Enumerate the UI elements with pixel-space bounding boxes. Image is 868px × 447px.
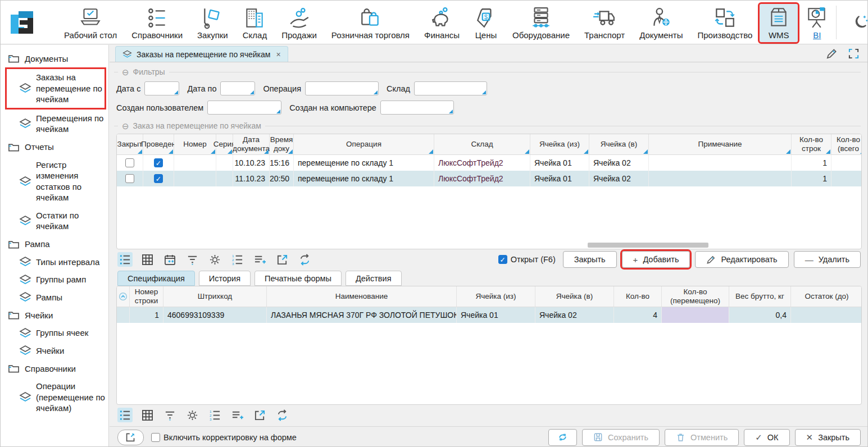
close-order-button[interactable]: Закрыть bbox=[563, 251, 617, 268]
add-row-icon[interactable] bbox=[252, 252, 267, 267]
operation-input[interactable] bbox=[305, 81, 379, 95]
column-header[interactable]: Кол-во bbox=[614, 286, 662, 307]
tab-history[interactable]: История bbox=[199, 271, 251, 286]
add-button[interactable]: +Добавить bbox=[622, 251, 690, 268]
open-f6-checkbox[interactable]: ✓ Открыт (F6) bbox=[498, 255, 556, 264]
menu-item-transport[interactable]: Транспорт bbox=[577, 4, 632, 42]
collapse-icon[interactable]: ⊖ bbox=[122, 68, 129, 76]
posted-checkbox[interactable]: ✓ bbox=[154, 158, 163, 167]
date-to-input[interactable] bbox=[220, 81, 255, 95]
tree-group-reports[interactable]: Отчеты bbox=[1, 138, 108, 156]
filter-icon[interactable] bbox=[185, 252, 200, 267]
tab-close-icon[interactable]: × bbox=[276, 50, 280, 59]
tree-group-directories[interactable]: Справочники bbox=[1, 359, 108, 377]
collapse-icon[interactable]: ⊖ bbox=[122, 122, 129, 130]
gear-icon[interactable] bbox=[207, 252, 222, 267]
menu-item-directories[interactable]: Справочники bbox=[124, 4, 190, 42]
list-view-icon[interactable] bbox=[117, 408, 133, 422]
menu-item-desktop[interactable]: Рабочий стол bbox=[57, 4, 124, 42]
warehouse-input[interactable] bbox=[414, 81, 487, 95]
grid-view-icon[interactable] bbox=[140, 252, 155, 267]
checkbox[interactable]: ✓ bbox=[498, 255, 507, 264]
menu-item-finance[interactable]: Финансы bbox=[417, 4, 467, 42]
tab-print-forms[interactable]: Печатные формы bbox=[255, 271, 342, 286]
horizontal-scrollbar[interactable] bbox=[588, 243, 708, 248]
column-header[interactable]: Номер строки bbox=[130, 286, 163, 307]
column-header[interactable]: Ячейка (в) bbox=[535, 286, 614, 307]
tree-item-ramps[interactable]: Рампы bbox=[1, 289, 108, 307]
numbered-list-icon[interactable]: 123 bbox=[230, 252, 245, 267]
created-by-user-input[interactable] bbox=[207, 101, 281, 115]
enable-adjustment-checkbox[interactable]: Включить корректировку на форме bbox=[151, 433, 297, 442]
column-header[interactable]: Операция bbox=[294, 134, 434, 155]
tree-item-ramp-groups[interactable]: Группы рамп bbox=[1, 271, 108, 289]
menu-item-prices[interactable]: $ Цены bbox=[467, 4, 505, 42]
closed-checkbox[interactable] bbox=[125, 158, 134, 167]
column-header[interactable]: Закрыт bbox=[117, 134, 143, 155]
menu-item-equipment[interactable]: Оборудование bbox=[505, 4, 577, 42]
grid-view-icon[interactable] bbox=[140, 408, 155, 422]
open-in-window-button[interactable] bbox=[117, 430, 144, 445]
save-button[interactable]: Сохранить bbox=[582, 429, 660, 446]
tree-group-ramp[interactable]: Рампа bbox=[1, 235, 108, 253]
column-header[interactable]: Ячейка (из) bbox=[530, 134, 589, 155]
list-view-icon[interactable] bbox=[117, 252, 133, 267]
menu-item-warehouse[interactable]: Склад bbox=[235, 4, 274, 42]
open-external-icon[interactable] bbox=[275, 252, 290, 267]
tree-item-interval-types[interactable]: Типы интервала bbox=[1, 253, 108, 271]
column-header[interactable]: Остаток (до) bbox=[791, 286, 862, 307]
column-header[interactable]: Наименование bbox=[267, 286, 457, 307]
add-row-icon[interactable] bbox=[230, 408, 245, 422]
calendar-plus-icon[interactable] bbox=[162, 252, 178, 267]
numbered-list-icon[interactable]: 123 bbox=[207, 408, 222, 422]
gear-icon[interactable] bbox=[185, 408, 200, 422]
column-header[interactable]: Ячейка (в) bbox=[589, 134, 649, 155]
posted-checkbox[interactable]: ✓ bbox=[154, 174, 163, 183]
tree-group-cells[interactable]: Ячейки bbox=[1, 306, 108, 324]
filter-icon[interactable] bbox=[162, 408, 178, 422]
column-header[interactable]: Серия bbox=[216, 134, 233, 155]
open-external-icon[interactable] bbox=[252, 408, 267, 422]
column-header[interactable]: Кол-во (перемещено) bbox=[662, 286, 729, 307]
closed-checkbox[interactable] bbox=[125, 174, 134, 183]
ok-button[interactable]: ✓ОК bbox=[744, 429, 789, 446]
column-header[interactable]: Вес брутто, кг bbox=[729, 286, 791, 307]
column-header[interactable]: Время доку bbox=[270, 134, 294, 155]
fullscreen-icon[interactable] bbox=[848, 48, 860, 60]
tree-item-cell-moves[interactable]: Перемещения по ячейкам bbox=[1, 110, 108, 138]
menu-item-retail[interactable]: Розничная торговля bbox=[324, 4, 417, 42]
menu-item-documents[interactable]: Документы bbox=[632, 4, 690, 42]
edit-button[interactable]: Редактировать bbox=[695, 251, 788, 268]
column-header[interactable]: Номер bbox=[174, 134, 216, 155]
column-header[interactable]: Проведен bbox=[143, 134, 174, 155]
column-header[interactable]: Штрихкод bbox=[163, 286, 267, 307]
refresh-cycle-icon[interactable] bbox=[297, 252, 312, 267]
menu-item-sales[interactable]: Продажи bbox=[274, 4, 324, 42]
tree-group-documents[interactable]: Документы bbox=[1, 49, 108, 67]
sort-column-header[interactable] bbox=[117, 286, 130, 307]
date-from-input[interactable] bbox=[144, 81, 179, 95]
tree-item-cell-move-orders[interactable]: Заказы на перемещение по ячейкам bbox=[6, 69, 105, 108]
tree-item-cell-balances[interactable]: Остатки по ячейкам bbox=[1, 207, 108, 235]
tree-item-cells[interactable]: Ячейки bbox=[1, 342, 108, 360]
refresh-button[interactable] bbox=[548, 429, 577, 446]
column-header[interactable]: Примечание bbox=[649, 134, 792, 155]
tab-actions[interactable]: Действия bbox=[346, 271, 402, 286]
column-header[interactable]: Кол-во строк bbox=[792, 134, 831, 155]
checkbox[interactable] bbox=[151, 433, 160, 442]
tree-item-cell-groups[interactable]: Группы ячеек bbox=[1, 324, 108, 342]
tab-specification[interactable]: Спецификация bbox=[117, 271, 195, 286]
menu-item-production[interactable]: Производство bbox=[690, 4, 760, 42]
cancel-button[interactable]: Отменить bbox=[665, 429, 739, 446]
column-header[interactable]: Кол-во (всего bbox=[831, 134, 862, 155]
document-tab[interactable]: Заказы на перемещение по ячейкам × bbox=[115, 46, 288, 62]
close-form-button[interactable]: ✕Закрыть bbox=[795, 429, 861, 446]
tree-item-operations[interactable]: Операции (перемещение по ячейкам) bbox=[1, 377, 108, 417]
column-header[interactable]: Склад bbox=[434, 134, 530, 155]
edit-pencil-icon[interactable] bbox=[826, 48, 838, 60]
menu-item-bi[interactable]: BI bbox=[798, 4, 836, 42]
column-header[interactable]: Ячейка (из) bbox=[457, 286, 535, 307]
created-on-computer-input[interactable] bbox=[380, 101, 454, 115]
menu-item-purchases[interactable]: Закупки bbox=[190, 4, 235, 42]
refresh-cycle-icon[interactable] bbox=[275, 408, 290, 422]
